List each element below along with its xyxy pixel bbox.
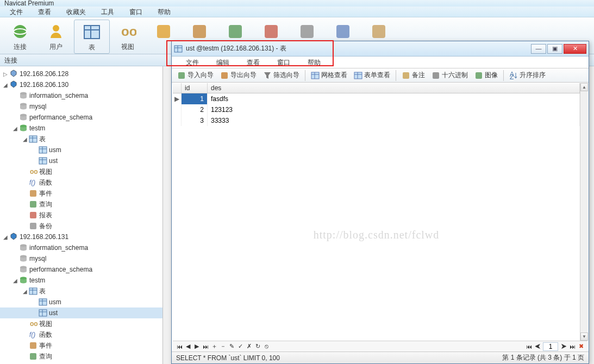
- subtool-filter-button[interactable]: 筛选向导: [260, 69, 303, 82]
- subwindow-title-bar[interactable]: ust @testm (192.168.206.131) - 表 — ▣ ✕: [172, 41, 589, 57]
- table-row[interactable]: 2 123123: [173, 104, 580, 115]
- cell-id[interactable]: 2: [182, 104, 208, 115]
- cell-id[interactable]: 1: [182, 93, 208, 104]
- expand-icon[interactable]: ◢: [2, 82, 9, 88]
- scroll-down-icon[interactable]: ▼: [580, 332, 588, 341]
- tree-node[interactable]: mysql: [0, 101, 162, 112]
- close-button[interactable]: ✕: [564, 44, 586, 54]
- tree-node[interactable]: 查询: [0, 351, 162, 362]
- menu-item[interactable]: 文件: [2, 7, 30, 17]
- cell-id[interactable]: 3: [182, 115, 208, 126]
- tree-node[interactable]: ▷ 192.168.206.128: [0, 68, 162, 79]
- subtool-memo-button[interactable]: 备注: [398, 69, 428, 82]
- table-icon: [39, 146, 47, 154]
- tree-node[interactable]: performance_schema: [0, 112, 162, 123]
- nav-prev-icon[interactable]: ◀: [184, 343, 192, 350]
- cell-des[interactable]: 33333: [208, 115, 580, 126]
- subtool-form-button[interactable]: 表单查看: [351, 69, 393, 82]
- tree-node[interactable]: ◢ testm: [0, 123, 162, 134]
- expand-icon[interactable]: ◢: [2, 234, 9, 240]
- tree-node[interactable]: ◢ 表: [0, 134, 162, 145]
- expand-icon[interactable]: ◢: [12, 125, 18, 131]
- nav-refresh-icon[interactable]: ↻: [253, 343, 262, 350]
- submenu-item[interactable]: 文件: [177, 57, 208, 68]
- nav-last-icon[interactable]: ⏭: [201, 343, 210, 350]
- tree-node[interactable]: information_schema: [0, 90, 162, 101]
- page-close-icon[interactable]: ✖: [577, 343, 585, 350]
- subtool-sortasc-button[interactable]: AZ 升序排序: [506, 69, 549, 82]
- tree-node[interactable]: 事件: [0, 188, 162, 199]
- cell-des[interactable]: fasdfs: [208, 93, 580, 104]
- toolbar-view-button[interactable]: oo 视图: [110, 20, 146, 54]
- tree-node[interactable]: oo 视图: [0, 318, 162, 329]
- tree-node[interactable]: f() 函数: [0, 329, 162, 340]
- subtool-hex-button[interactable]: 十六进制: [428, 69, 471, 82]
- nav-cancel-icon[interactable]: ✗: [245, 343, 253, 350]
- tree-node[interactable]: ◢ 192.168.206.131: [0, 231, 162, 242]
- table-row[interactable]: 3 33333: [173, 115, 580, 126]
- tree-node[interactable]: 事件: [0, 340, 162, 351]
- subtool-import-button[interactable]: 导入向导: [174, 69, 217, 82]
- submenu-item[interactable]: 帮助: [299, 57, 329, 68]
- submenu-item[interactable]: 编辑: [208, 57, 238, 68]
- minimize-button[interactable]: —: [531, 44, 546, 54]
- expand-icon[interactable]: ▷: [2, 71, 9, 77]
- user-icon: [47, 23, 65, 40]
- toolbar-globe-button[interactable]: 连接: [2, 20, 38, 54]
- nav-commit-icon[interactable]: ✓: [236, 343, 245, 350]
- nav-edit-icon[interactable]: ✎: [227, 343, 236, 350]
- tree-node[interactable]: f() 函数: [0, 177, 162, 188]
- expand-icon[interactable]: ◢: [22, 136, 28, 142]
- subtool-image-button[interactable]: 图像: [471, 69, 501, 82]
- nav-add-icon[interactable]: ＋: [210, 342, 218, 350]
- subtool-export-button[interactable]: 导出向导: [217, 69, 260, 82]
- scroll-up-icon[interactable]: ▲: [580, 83, 588, 91]
- submenu-item[interactable]: 窗口: [268, 57, 299, 68]
- toolbar-label: 连接: [2, 42, 38, 52]
- data-grid[interactable]: id des ▶ 1 fasdfs 2 123123 3 33333 http:…: [173, 83, 580, 341]
- page-number[interactable]: 1: [543, 342, 558, 351]
- menu-item[interactable]: 窗口: [122, 7, 150, 17]
- tree-node[interactable]: ust: [0, 307, 162, 318]
- menu-item[interactable]: 查看: [30, 7, 59, 17]
- tree-node[interactable]: information_schema: [0, 242, 162, 253]
- tree-node[interactable]: 查询: [0, 199, 162, 210]
- expand-icon[interactable]: ◢: [22, 288, 28, 294]
- nav-next-icon[interactable]: ▶: [192, 343, 201, 350]
- tree-node[interactable]: ◢ testm: [0, 275, 162, 286]
- menu-item[interactable]: 工具: [93, 7, 122, 17]
- subtool-grid-button[interactable]: 网格查看: [308, 69, 351, 82]
- nav-stop-icon[interactable]: ⦸: [262, 343, 271, 350]
- table-icon: [39, 298, 47, 306]
- page-prev-icon[interactable]: ⮜: [533, 343, 542, 350]
- menu-item[interactable]: 帮助: [150, 7, 178, 17]
- toolbar-user-button[interactable]: 用户: [38, 20, 74, 54]
- tree-node[interactable]: 报表: [0, 210, 162, 221]
- expand-icon[interactable]: ◢: [12, 278, 18, 284]
- cell-des[interactable]: 123123: [208, 104, 580, 115]
- col-header-des[interactable]: des: [208, 83, 580, 93]
- vertical-scrollbar[interactable]: ▲ ▼: [580, 83, 588, 341]
- view-icon: oo: [29, 167, 37, 176]
- submenu-item[interactable]: 查看: [238, 57, 268, 68]
- toolbar-table-button[interactable]: 表: [74, 20, 110, 54]
- tree-node[interactable]: performance_schema: [0, 264, 162, 275]
- maximize-button[interactable]: ▣: [547, 44, 562, 54]
- page-next-icon[interactable]: ⮞: [559, 343, 568, 350]
- db-icon: [19, 91, 28, 100]
- tree-node[interactable]: mysql: [0, 253, 162, 264]
- nav-delete-icon[interactable]: －: [218, 342, 227, 350]
- page-last-icon[interactable]: ⏭: [568, 343, 577, 350]
- tree-node[interactable]: 备份: [0, 221, 162, 231]
- tree-node[interactable]: ust: [0, 155, 162, 166]
- table-row[interactable]: ▶ 1 fasdfs: [173, 93, 580, 104]
- nav-first-icon[interactable]: ⏮: [175, 343, 184, 350]
- tree-node[interactable]: oo 视图: [0, 166, 162, 177]
- menu-item[interactable]: 收藏夹: [59, 7, 93, 17]
- col-header-id[interactable]: id: [182, 83, 208, 93]
- page-first-icon[interactable]: ⏮: [524, 343, 533, 350]
- tree-node[interactable]: ◢ 192.168.206.130: [0, 79, 162, 90]
- tree-node[interactable]: ◢ 表: [0, 286, 162, 297]
- tree-node[interactable]: usm: [0, 145, 162, 155]
- tree-node[interactable]: usm: [0, 297, 162, 307]
